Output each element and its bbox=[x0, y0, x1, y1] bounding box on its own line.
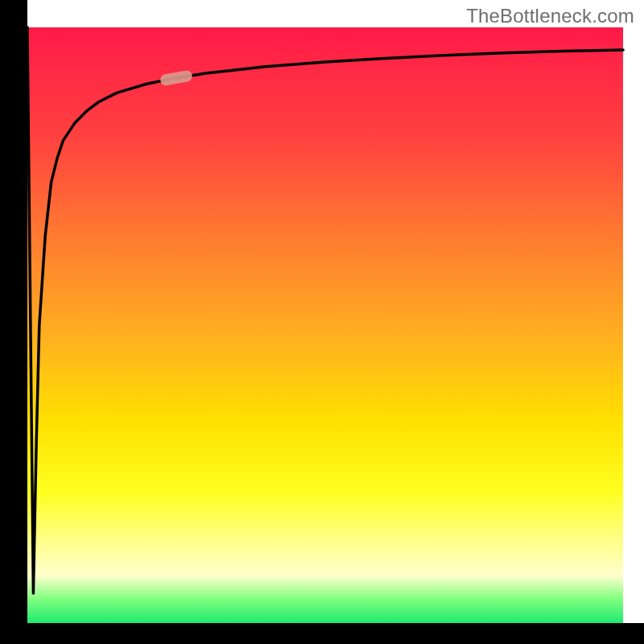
x-axis-bar bbox=[0, 623, 644, 644]
watermark-text: TheBottleneck.com bbox=[466, 5, 634, 27]
plot-area bbox=[27, 27, 623, 623]
chart-frame: TheBottleneck.com bbox=[0, 0, 644, 644]
bottleneck-curve bbox=[27, 27, 623, 593]
y-axis-bar bbox=[0, 0, 27, 623]
highlight-marker bbox=[159, 69, 193, 86]
curve-layer bbox=[27, 27, 623, 623]
